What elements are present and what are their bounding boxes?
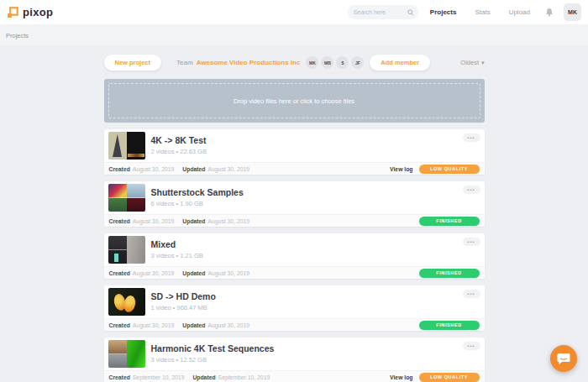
footer-right: View log LOW QUALITY	[390, 373, 479, 382]
updated-date: August 30, 2019	[208, 218, 250, 224]
breadcrumb-bar: Projects	[0, 25, 588, 45]
project-title[interactable]: Shutterstock Samples	[151, 187, 244, 197]
created-label: Created	[109, 374, 130, 380]
project-title[interactable]: Harmonic 4K Test Sequences	[151, 343, 275, 353]
view-log-link[interactable]: View log	[390, 166, 412, 172]
search-input[interactable]	[354, 9, 404, 15]
updated-date: August 30, 2019	[208, 166, 250, 172]
file-dropzone[interactable]: Drop video files here or click to choose…	[104, 79, 485, 123]
created-label: Created	[109, 322, 130, 328]
project-thumbnail[interactable]	[108, 288, 145, 316]
footer-right: View log LOW QUALITY	[390, 165, 479, 174]
sort-dropdown[interactable]: Oldest ▾	[460, 59, 484, 66]
nav-item-upload[interactable]: Upload	[509, 8, 530, 16]
more-options-icon[interactable]: •••	[463, 290, 480, 298]
project-card-footer: Created August 30, 2019 Updated August 3…	[104, 214, 485, 227]
team-name-link[interactable]: Awesome Video Productions Inc	[197, 59, 301, 66]
created-date: August 30, 2019	[133, 322, 175, 328]
member-avatar[interactable]: MK	[306, 56, 318, 69]
updated-date: September 10, 2019	[218, 374, 270, 380]
logo-text: pixop	[23, 6, 53, 18]
updated-label: Updated	[182, 218, 205, 224]
created-label: Created	[109, 270, 130, 276]
member-avatar[interactable]: MB	[321, 56, 333, 69]
created-date: August 30, 2019	[133, 270, 175, 276]
project-card-footer: Created August 30, 2019 Updated August 3…	[104, 318, 485, 331]
project-title[interactable]: Mixed	[151, 239, 203, 249]
nav-item-stats[interactable]: Stats	[475, 8, 490, 16]
footer-right: FINISHED	[419, 269, 480, 278]
updated-label: Updated	[192, 374, 215, 380]
updated-label: Updated	[182, 166, 205, 172]
project-card-text: Shutterstock Samples 6 videos • 1.90 GB	[151, 184, 244, 212]
chevron-down-icon: ▾	[481, 60, 485, 66]
project-card-footer: Created August 30, 2019 Updated August 3…	[104, 162, 485, 175]
top-navbar: pixop Projects Stats Upload MK	[0, 0, 588, 25]
more-options-icon[interactable]: •••	[463, 342, 480, 350]
status-badge: FINISHED	[419, 269, 480, 278]
project-card-main: Shutterstock Samples 6 videos • 1.90 GB …	[104, 181, 485, 214]
project-card-text: Harmonic 4K Test Sequences 3 videos • 12…	[151, 340, 275, 368]
notifications-bell-icon[interactable]	[545, 8, 554, 17]
footer-right: FINISHED	[419, 321, 480, 330]
pixop-logo[interactable]: pixop	[7, 6, 53, 18]
content-area: New project Team Awesome Video Productio…	[104, 54, 485, 382]
nav-item-projects[interactable]: Projects	[430, 8, 457, 16]
chat-icon	[557, 353, 570, 365]
dropzone-text: Drop video files here or click to choose…	[234, 97, 354, 105]
project-card[interactable]: 4K -> 8K Test 2 videos • 22.63 GB ••• Cr…	[104, 129, 485, 175]
team-label: Team	[176, 59, 193, 66]
projects-toolbar: New project Team Awesome Video Productio…	[104, 54, 485, 71]
team-member-avatars: MK MB S JF	[306, 56, 364, 69]
project-card[interactable]: Shutterstock Samples 6 videos • 1.90 GB …	[104, 181, 485, 227]
updated-date: August 30, 2019	[208, 270, 250, 276]
main-nav: Projects Stats Upload	[430, 8, 530, 16]
created-label: Created	[109, 218, 130, 224]
project-card-main: Mixed 3 videos • 1.21 GB •••	[104, 233, 485, 266]
project-card[interactable]: Mixed 3 videos • 1.21 GB ••• Created Aug…	[104, 233, 485, 279]
more-options-icon[interactable]: •••	[463, 133, 480, 142]
project-card-footer: Created September 10, 2019 Updated Septe…	[104, 370, 485, 382]
project-card-footer: Created August 30, 2019 Updated August 3…	[104, 266, 485, 279]
project-thumbnail[interactable]	[108, 236, 145, 264]
project-title[interactable]: 4K -> 8K Test	[151, 135, 207, 145]
chat-launcher-button[interactable]	[550, 345, 577, 372]
project-thumbnail[interactable]	[108, 132, 145, 160]
project-card-text: Mixed 3 videos • 1.21 GB	[151, 236, 203, 264]
project-title[interactable]: SD -> HD Demo	[151, 291, 216, 301]
project-card[interactable]: Harmonic 4K Test Sequences 3 videos • 12…	[104, 338, 485, 382]
member-avatar[interactable]: JF	[351, 56, 364, 69]
created-date: August 30, 2019	[133, 218, 175, 224]
project-card-text: 4K -> 8K Test 2 videos • 22.63 GB	[151, 132, 207, 160]
search-box[interactable]	[348, 5, 418, 19]
status-badge: FINISHED	[419, 217, 480, 226]
project-card-main: 4K -> 8K Test 2 videos • 22.63 GB •••	[104, 129, 485, 162]
project-list: 4K -> 8K Test 2 videos • 22.63 GB ••• Cr…	[104, 129, 485, 382]
status-badge: LOW QUALITY	[419, 373, 480, 382]
project-meta: 2 videos • 22.63 GB	[151, 148, 207, 155]
new-project-button[interactable]: New project	[104, 55, 162, 71]
project-meta: 1 video • 966.47 MB	[151, 304, 216, 311]
footer-right: FINISHED	[419, 217, 480, 226]
sort-label: Oldest	[460, 59, 479, 66]
project-thumbnail[interactable]	[108, 340, 145, 368]
project-meta: 6 videos • 1.90 GB	[151, 200, 244, 207]
project-meta: 3 videos • 1.21 GB	[151, 252, 203, 259]
search-icon	[407, 9, 414, 16]
created-date: August 30, 2019	[133, 166, 175, 172]
user-avatar[interactable]: MK	[564, 3, 581, 21]
status-badge: LOW QUALITY	[419, 165, 480, 174]
more-options-icon[interactable]: •••	[463, 186, 480, 194]
breadcrumb[interactable]: Projects	[6, 32, 29, 39]
view-log-link[interactable]: View log	[390, 374, 412, 380]
project-card[interactable]: SD -> HD Demo 1 video • 966.47 MB ••• Cr…	[104, 285, 485, 331]
member-avatar[interactable]: S	[336, 56, 349, 69]
created-date: September 10, 2019	[133, 374, 185, 380]
project-card-main: SD -> HD Demo 1 video • 966.47 MB •••	[104, 285, 485, 318]
project-thumbnail[interactable]	[108, 184, 145, 212]
updated-label: Updated	[182, 270, 205, 276]
project-meta: 3 videos • 12.52 GB	[151, 356, 275, 364]
add-member-button[interactable]: Add member	[370, 55, 430, 71]
more-options-icon[interactable]: •••	[463, 238, 480, 246]
status-badge: FINISHED	[419, 321, 480, 330]
